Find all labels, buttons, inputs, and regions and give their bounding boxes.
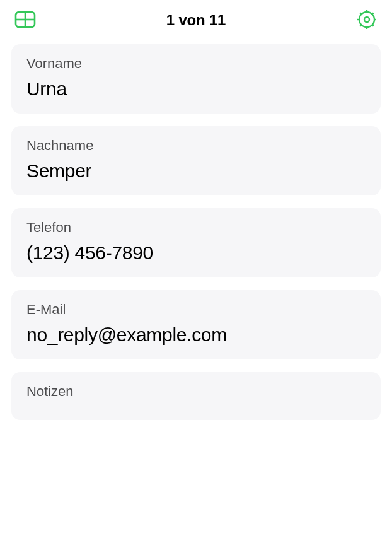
field-label: Nachname	[26, 137, 366, 154]
field-notizen[interactable]: Notizen	[11, 372, 381, 420]
svg-point-4	[364, 17, 369, 22]
grid-view-button[interactable]	[14, 9, 37, 32]
field-label: E-Mail	[26, 301, 366, 318]
gear-icon	[356, 9, 378, 32]
field-label: Telefon	[26, 219, 366, 236]
field-email[interactable]: E-Mail no_reply@example.com	[11, 290, 381, 359]
table-grid-icon	[14, 9, 36, 32]
field-label: Vorname	[26, 55, 366, 72]
record-counter: 1 von 11	[166, 11, 226, 29]
header: 1 von 11	[0, 0, 392, 37]
field-telefon[interactable]: Telefon (123) 456-7890	[11, 208, 381, 277]
field-value[interactable]: (123) 456-7890	[26, 242, 366, 264]
field-vorname[interactable]: Vorname Urna	[11, 44, 381, 114]
field-value[interactable]: no_reply@example.com	[26, 324, 366, 346]
field-value[interactable]: Urna	[26, 78, 366, 100]
field-label: Notizen	[26, 383, 366, 400]
field-nachname[interactable]: Nachname Semper	[11, 126, 381, 195]
settings-button[interactable]	[355, 9, 378, 32]
field-value[interactable]: Semper	[26, 160, 366, 182]
form-content: Vorname Urna Nachname Semper Telefon (12…	[0, 37, 392, 420]
